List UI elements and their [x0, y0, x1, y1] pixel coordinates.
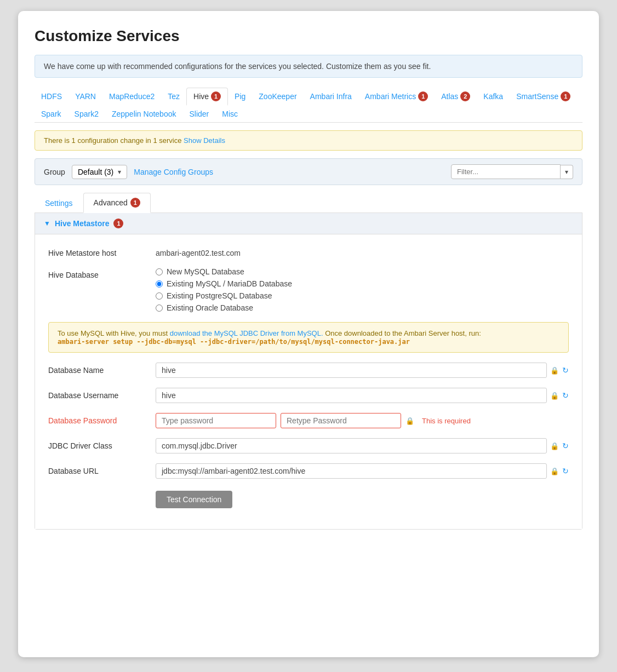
- page-container: Customize Services We have come up with …: [18, 11, 599, 657]
- section-tabs: Settings Advanced 1: [35, 193, 582, 213]
- warning-command: ambari-server setup --jdbc-db=mysql --jd…: [58, 338, 410, 346]
- filter-input-wrap: ▾: [451, 164, 573, 179]
- tab-spark[interactable]: Spark: [35, 106, 68, 123]
- tab-advanced[interactable]: Advanced 1: [83, 193, 151, 213]
- tab-hdfs[interactable]: HDFS: [35, 88, 68, 106]
- tab-hive[interactable]: Hive 1: [186, 88, 228, 106]
- tab-spark2[interactable]: Spark2: [68, 106, 105, 123]
- radio-existing-oracle[interactable]: Existing Oracle Database: [156, 303, 292, 312]
- radio-existing-oracle-input[interactable]: [156, 305, 163, 312]
- group-select-value: Default (3): [78, 168, 113, 176]
- refresh-icon-url[interactable]: ↻: [562, 467, 569, 475]
- database-label: Hive Database: [48, 267, 147, 279]
- db-username-input-row: 🔒 ↻: [156, 388, 569, 403]
- tab-ambari-infra[interactable]: Ambari Infra: [304, 88, 358, 106]
- tab-kafka[interactable]: Kafka: [477, 88, 510, 106]
- ambari-metrics-badge: 1: [418, 91, 428, 101]
- service-tabs: HDFS YARN MapReduce2 Tez Hive 1 Pig ZooK…: [35, 88, 582, 123]
- form-row-test-btn: Test Connection: [48, 489, 569, 508]
- db-username-label: Database Username: [48, 388, 147, 400]
- hive-metastore-body: Hive Metastore host ambari-agent02.test.…: [35, 234, 582, 529]
- group-label: Group: [44, 168, 65, 176]
- jdbc-driver-label: JDBC Driver Class: [48, 438, 147, 450]
- hive-badge: 1: [211, 91, 221, 101]
- form-row-host: Hive Metastore host ambari-agent02.test.…: [48, 245, 569, 257]
- jdbc-driver-input[interactable]: [156, 438, 547, 453]
- info-banner-text: We have come up with recommended configu…: [44, 62, 431, 71]
- hive-metastore-section-header[interactable]: ▼ Hive Metastore 1: [35, 213, 582, 234]
- advanced-badge: 1: [130, 198, 140, 208]
- password-row: 🔒 This is required: [156, 413, 569, 428]
- lock-icon-username: 🔒: [550, 392, 559, 400]
- hive-metastore-title: Hive Metastore: [55, 219, 110, 228]
- tab-yarn[interactable]: YARN: [68, 88, 102, 106]
- radio-existing-mysql-input[interactable]: [156, 280, 163, 288]
- retype-password-input[interactable]: [281, 413, 401, 428]
- filter-input[interactable]: [451, 164, 561, 179]
- form-row-db-url: Database URL 🔒 ↻: [48, 463, 569, 479]
- host-value: ambari-agent02.test.com: [156, 245, 241, 257]
- form-row-db-username: Database Username 🔒 ↻: [48, 388, 569, 403]
- form-row-db-password: Database Password 🔒 This is required: [48, 413, 569, 428]
- lock-icon-url: 🔒: [550, 467, 559, 475]
- tab-slider[interactable]: Slider: [182, 106, 215, 123]
- tab-zookeeper[interactable]: ZooKeeper: [252, 88, 303, 106]
- db-username-input[interactable]: [156, 388, 547, 403]
- tab-ambari-metrics[interactable]: Ambari Metrics 1: [358, 88, 435, 106]
- info-banner: We have come up with recommended configu…: [35, 55, 582, 78]
- db-url-input-row: 🔒 ↻: [156, 463, 569, 479]
- chevron-down-icon: ▾: [118, 168, 121, 176]
- mysql-download-link[interactable]: download the MySQL JDBC Driver from MySQ…: [170, 329, 323, 337]
- tab-smartsense[interactable]: SmartSense 1: [510, 88, 577, 106]
- db-password-label: Database Password: [48, 413, 147, 425]
- lock-icon: 🔒: [550, 366, 559, 375]
- tab-tez[interactable]: Tez: [161, 88, 186, 106]
- db-name-label: Database Name: [48, 363, 147, 375]
- radio-existing-mysql[interactable]: Existing MySQL / MariaDB Database: [156, 279, 292, 288]
- content-area: ▼ Hive Metastore 1 Hive Metastore host a…: [35, 213, 582, 530]
- group-row: Group Default (3) ▾ Manage Config Groups…: [35, 158, 582, 185]
- tab-zeppelin[interactable]: Zeppelin Notebook: [105, 106, 183, 123]
- tab-misc[interactable]: Misc: [215, 106, 244, 123]
- tab-atlas[interactable]: Atlas 2: [435, 88, 477, 106]
- atlas-badge: 2: [460, 91, 470, 101]
- refresh-icon-username[interactable]: ↻: [562, 391, 569, 400]
- db-name-input[interactable]: [156, 363, 547, 378]
- database-radio-group: New MySQL Database Existing MySQL / Mari…: [156, 267, 292, 312]
- host-label: Hive Metastore host: [48, 245, 147, 257]
- page-title: Customize Services: [35, 27, 582, 45]
- form-row-db-name: Database Name 🔒 ↻: [48, 363, 569, 378]
- radio-new-mysql[interactable]: New MySQL Database: [156, 267, 292, 276]
- tab-pig[interactable]: Pig: [228, 88, 252, 106]
- form-row-database: Hive Database New MySQL Database Existin…: [48, 267, 569, 312]
- tab-settings[interactable]: Settings: [35, 193, 83, 213]
- filter-chevron-icon[interactable]: ▾: [561, 165, 573, 179]
- manage-config-groups-link[interactable]: Manage Config Groups: [134, 168, 213, 176]
- radio-existing-postgresql-input[interactable]: [156, 292, 163, 300]
- show-details-link[interactable]: Show Details: [184, 136, 225, 145]
- password-error-text: This is required: [422, 417, 471, 425]
- group-select-dropdown[interactable]: Default (3) ▾: [72, 165, 127, 179]
- lock-icon-jdbc: 🔒: [550, 442, 559, 450]
- collapse-icon: ▼: [44, 220, 50, 227]
- mysql-warning-box: To use MySQL with Hive, you must downloa…: [48, 322, 569, 353]
- password-input[interactable]: [156, 413, 276, 428]
- smartsense-badge: 1: [561, 91, 570, 101]
- db-url-input[interactable]: [156, 463, 547, 479]
- form-row-jdbc-driver: JDBC Driver Class 🔒 ↻: [48, 438, 569, 453]
- warning-text-after: Once downloaded to the Ambari Server hos…: [323, 329, 481, 337]
- hive-metastore-badge: 1: [113, 219, 123, 228]
- config-change-text: There is 1 configuration change in 1 ser…: [44, 136, 184, 145]
- jdbc-driver-input-row: 🔒 ↻: [156, 438, 569, 453]
- db-name-input-row: 🔒 ↻: [156, 363, 569, 378]
- refresh-icon-jdbc[interactable]: ↻: [562, 441, 569, 450]
- tab-mapreduce2[interactable]: MapReduce2: [102, 88, 161, 106]
- radio-new-mysql-input[interactable]: [156, 268, 163, 275]
- lock-icon-password: 🔒: [405, 417, 414, 425]
- config-change-banner: There is 1 configuration change in 1 ser…: [35, 130, 582, 151]
- radio-existing-postgresql[interactable]: Existing PostgreSQL Database: [156, 291, 292, 300]
- db-url-label: Database URL: [48, 463, 147, 475]
- refresh-icon[interactable]: ↻: [562, 366, 569, 375]
- warning-text-before: To use MySQL with Hive, you must: [58, 329, 170, 337]
- test-connection-button[interactable]: Test Connection: [156, 491, 232, 508]
